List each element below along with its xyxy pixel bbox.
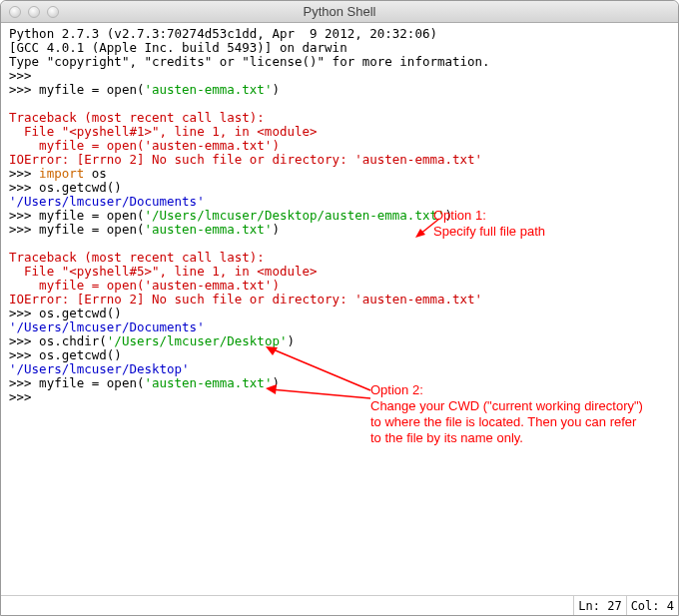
shell-segment: Traceback (most recent call last): (9, 110, 265, 125)
shell-segment: myfile = open('austen-emma.txt') (9, 138, 280, 153)
shell-segment: ) (287, 333, 295, 348)
shell-segment: myfile = open( (39, 222, 144, 237)
shell-line: >>> myfile = open('austen-emma.txt') (9, 83, 674, 97)
shell-line: >>> import os (9, 167, 674, 181)
shell-segment: myfile = open( (39, 82, 144, 97)
shell-segment: >>> (9, 82, 39, 97)
shell-line: Traceback (most recent call last): (9, 251, 674, 265)
shell-segment: os.getcwd() (39, 180, 122, 195)
shell-segment: os.getcwd() (39, 347, 122, 362)
shell-segment: File "<pyshell#1>", line 1, in <module> (9, 124, 318, 139)
shell-line: '/Users/lmcuser/Desktop' (9, 362, 674, 376)
shell-line: IOError: [Errno 2] No such file or direc… (9, 153, 674, 167)
shell-segment: Traceback (most recent call last): (9, 250, 265, 265)
shell-segment: IOError: [Errno 2] No such file or direc… (9, 152, 482, 167)
annotation-option-2: Option 2: Change your CWD ("current work… (370, 382, 650, 446)
statusbar: Ln: 27 Col: 4 (1, 595, 678, 615)
annotation-title: Option 2: (370, 382, 423, 397)
shell-line: File "<pyshell#1>", line 1, in <module> (9, 125, 674, 139)
shell-line: File "<pyshell#5>", line 1, in <module> (9, 265, 674, 279)
shell-segment: '/Users/lmcuser/Desktop' (107, 333, 288, 348)
minimize-icon[interactable] (28, 6, 40, 18)
titlebar: Python Shell (1, 1, 678, 23)
shell-segment: os.chdir( (39, 333, 107, 348)
shell-line: >>> os.getcwd() (9, 307, 674, 320)
shell-segment: 'austen-emma.txt' (144, 82, 272, 97)
status-col: Col: 4 (626, 596, 678, 615)
shell-line: '/Users/lmcuser/Documents' (9, 195, 674, 209)
shell-segment: ) (272, 222, 280, 237)
shell-line: myfile = open('austen-emma.txt') (9, 139, 674, 153)
shell-segment: '/Users/lmcuser/Desktop/austen-emma.txt' (144, 208, 444, 223)
shell-segment: >>> (9, 375, 39, 390)
shell-segment: myfile = open( (39, 208, 144, 223)
shell-segment: '/Users/lmcuser/Desktop' (9, 361, 190, 376)
shell-segment: >>> (9, 333, 39, 348)
shell-segment: os (84, 166, 107, 181)
shell-segment: ) (272, 82, 280, 97)
close-icon[interactable] (9, 6, 21, 18)
shell-segment: >>> (9, 222, 39, 237)
shell-segment: '/Users/lmcuser/Documents' (9, 319, 205, 334)
shell-line: Python 2.7.3 (v2.7.3:70274d53c1dd, Apr 9… (9, 27, 674, 41)
shell-segment: Python 2.7.3 (v2.7.3:70274d53c1dd, Apr 9… (9, 26, 437, 41)
shell-line (9, 97, 674, 111)
shell-line: IOError: [Errno 2] No such file or direc… (9, 293, 674, 307)
shell-segment: import (39, 166, 84, 181)
shell-segment: 'austen-emma.txt' (144, 375, 272, 390)
shell-line: [GCC 4.0.1 (Apple Inc. build 5493)] on d… (9, 41, 674, 55)
zoom-icon[interactable] (47, 6, 59, 18)
annotation-title: Option 1: (433, 208, 486, 223)
shell-line: Traceback (most recent call last): (9, 111, 674, 125)
shell-line: myfile = open('austen-emma.txt') (9, 279, 674, 293)
shell-segment: [GCC 4.0.1 (Apple Inc. build 5493)] on d… (9, 40, 347, 55)
shell-segment: os.getcwd() (39, 306, 122, 320)
shell-segment: IOError: [Errno 2] No such file or direc… (9, 292, 482, 307)
shell-segment: 'austen-emma.txt' (144, 222, 272, 237)
shell-segment: >>> (9, 306, 39, 320)
shell-segment: >>> (9, 389, 39, 404)
shell-line: >>> os.getcwd() (9, 348, 674, 362)
shell-line: >>> (9, 69, 674, 83)
traffic-lights (1, 6, 59, 18)
shell-output[interactable]: Python 2.7.3 (v2.7.3:70274d53c1dd, Apr 9… (1, 23, 678, 595)
annotation-option-1: Option 1: Specify full file path (433, 208, 633, 240)
window-title: Python Shell (1, 4, 678, 19)
shell-line: Type "copyright", "credits" or "license(… (9, 55, 674, 69)
shell-segment: >>> (9, 166, 39, 181)
shell-segment: ) (272, 375, 280, 390)
shell-line: >>> os.chdir('/Users/lmcuser/Desktop') (9, 334, 674, 348)
shell-segment: Type "copyright", "credits" or "license(… (9, 54, 490, 69)
shell-segment: '/Users/lmcuser/Documents' (9, 194, 205, 209)
annotation-text: Specify full file path (433, 224, 545, 239)
annotation-text: Change your CWD ("current working direct… (370, 398, 643, 445)
shell-segment: myfile = open('austen-emma.txt') (9, 278, 280, 293)
shell-segment: >>> (9, 180, 39, 195)
shell-segment: File "<pyshell#5>", line 1, in <module> (9, 264, 318, 279)
shell-segment: >>> (9, 68, 39, 83)
shell-line: >>> os.getcwd() (9, 181, 674, 195)
shell-line: '/Users/lmcuser/Documents' (9, 320, 674, 334)
shell-segment: >>> (9, 347, 39, 362)
status-line: Ln: 27 (573, 596, 625, 615)
shell-segment: >>> (9, 208, 39, 223)
shell-segment: myfile = open( (39, 375, 144, 390)
